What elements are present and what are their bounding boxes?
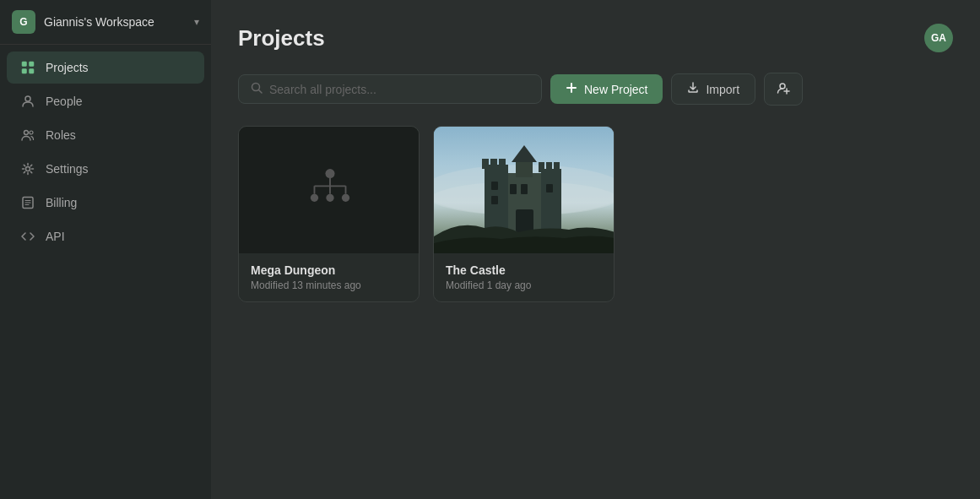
code-icon	[20, 229, 35, 244]
svg-rect-43	[491, 196, 498, 204]
svg-rect-35	[499, 159, 506, 169]
person-icon	[20, 94, 35, 109]
project-name-mega-dungeon: Mega Dungeon	[251, 263, 407, 277]
add-person-button[interactable]	[764, 73, 803, 106]
svg-rect-45	[521, 184, 528, 194]
svg-rect-34	[490, 159, 497, 169]
project-thumbnail-the-castle	[434, 127, 615, 253]
sidebar-item-settings-label: Settings	[46, 162, 89, 176]
svg-rect-38	[546, 162, 552, 172]
project-card-mega-dungeon[interactable]: Mega Dungeon Modified 13 minutes ago	[238, 126, 420, 302]
project-thumbnail-mega-dungeon	[239, 127, 420, 253]
svg-rect-3	[30, 69, 35, 74]
svg-rect-42	[491, 182, 498, 190]
project-info-the-castle: The Castle Modified 1 day ago	[434, 253, 614, 301]
svg-rect-2	[22, 69, 27, 74]
search-input[interactable]	[269, 83, 529, 96]
grid-icon	[20, 60, 35, 75]
sidebar-item-settings[interactable]: Settings	[7, 153, 204, 185]
svg-rect-36	[541, 169, 561, 232]
workspace-header[interactable]: G Giannis's Workspace ▾	[0, 0, 211, 45]
workspace-name: Giannis's Workspace	[44, 15, 186, 29]
svg-rect-1	[30, 62, 35, 67]
project-name-the-castle: The Castle	[446, 263, 602, 277]
svg-rect-0	[22, 62, 27, 67]
svg-point-7	[26, 167, 30, 171]
svg-point-19	[325, 169, 334, 178]
new-project-button[interactable]: New Project	[550, 74, 663, 104]
main-content: Projects GA New Project	[211, 0, 980, 499]
svg-point-26	[326, 194, 333, 202]
sidebar: G Giannis's Workspace ▾ Projects	[0, 0, 211, 499]
svg-rect-40	[516, 160, 533, 177]
search-bar[interactable]	[238, 74, 542, 104]
header-right: GA	[924, 24, 953, 52]
sidebar-item-billing-label: Billing	[46, 196, 77, 209]
svg-point-25	[310, 194, 317, 202]
svg-point-16	[780, 84, 785, 89]
user-avatar[interactable]: GA	[924, 24, 953, 52]
projects-grid: Mega Dungeon Modified 13 minutes ago	[238, 126, 953, 302]
sidebar-nav: Projects People Roles	[0, 45, 211, 259]
add-person-icon	[777, 81, 790, 97]
sidebar-item-projects[interactable]: Projects	[7, 52, 204, 84]
sidebar-item-roles-label: Roles	[46, 128, 76, 142]
users-icon	[20, 127, 35, 143]
sidebar-item-roles[interactable]: Roles	[7, 119, 204, 151]
svg-line-13	[259, 90, 263, 94]
gear-icon	[20, 161, 35, 176]
sidebar-item-api-label: API	[46, 230, 65, 243]
svg-rect-44	[510, 184, 517, 194]
svg-rect-39	[554, 162, 560, 172]
sidebar-item-projects-label: Projects	[46, 61, 89, 74]
svg-rect-46	[546, 184, 553, 193]
main-header: Projects GA	[238, 24, 953, 52]
chevron-down-icon: ▾	[194, 16, 199, 28]
svg-point-6	[30, 131, 33, 134]
sidebar-item-api[interactable]: API	[7, 220, 204, 252]
sidebar-item-billing[interactable]: Billing	[7, 187, 204, 219]
toolbar: New Project Import	[238, 73, 953, 106]
svg-point-5	[24, 131, 29, 135]
project-card-the-castle[interactable]: The Castle Modified 1 day ago	[433, 126, 615, 302]
import-button[interactable]: Import	[671, 73, 755, 105]
svg-rect-33	[482, 159, 489, 169]
receipt-icon	[20, 195, 35, 210]
sidebar-item-people-label: People	[46, 95, 83, 108]
project-meta-the-castle: Modified 1 day ago	[446, 279, 602, 291]
import-icon	[687, 82, 699, 96]
svg-rect-37	[539, 162, 544, 172]
workspace-avatar: G	[12, 10, 35, 34]
search-icon	[251, 82, 263, 96]
sidebar-item-people[interactable]: People	[7, 85, 204, 117]
svg-point-27	[341, 194, 349, 202]
svg-point-4	[25, 96, 30, 101]
project-info-mega-dungeon: Mega Dungeon Modified 13 minutes ago	[239, 253, 419, 301]
project-meta-mega-dungeon: Modified 13 minutes ago	[251, 279, 407, 291]
page-title: Projects	[238, 25, 325, 52]
svg-rect-47	[516, 209, 533, 232]
plus-icon	[566, 82, 577, 96]
